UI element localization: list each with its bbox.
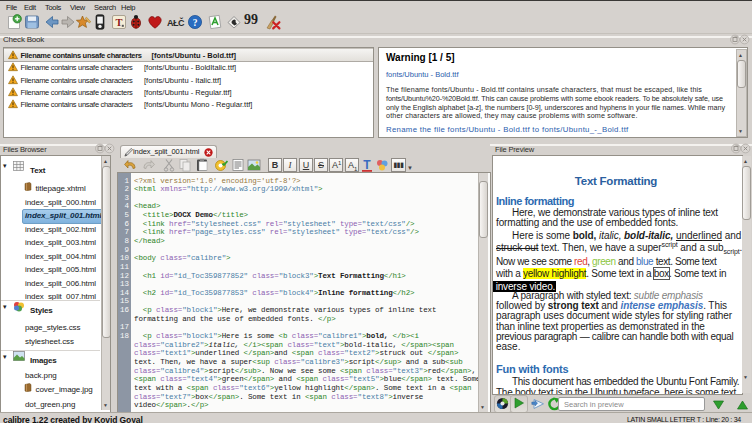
svg-text:T: T <box>363 158 371 172</box>
svg-text:?: ? <box>193 18 198 28</box>
svg-text:T: T <box>115 17 122 28</box>
